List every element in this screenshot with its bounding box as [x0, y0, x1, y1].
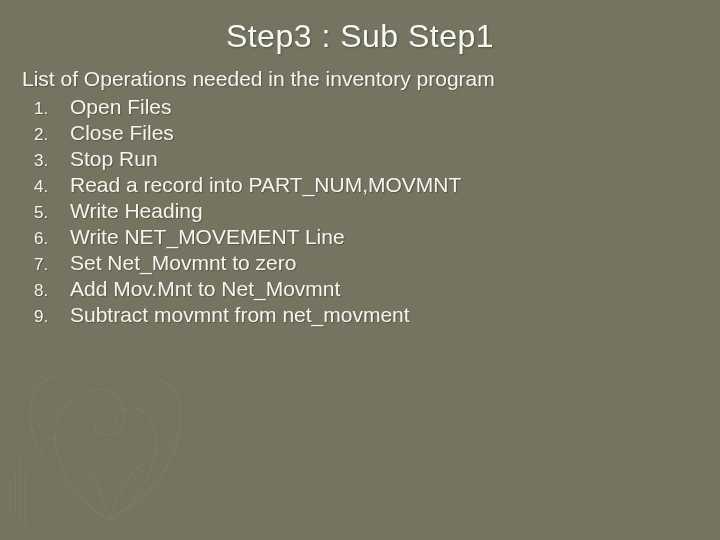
list-marker: 8.	[34, 281, 70, 301]
list-item: 9.Subtract movmnt from net_movment	[34, 303, 698, 327]
list-marker: 4.	[34, 177, 70, 197]
list-item: 4.Read a record into PART_NUM,MOVMNT	[34, 173, 698, 197]
list-item-text: Subtract movmnt from net_movment	[70, 303, 410, 327]
list-item: 7.Set Net_Movmnt to zero	[34, 251, 698, 275]
list-marker: 3.	[34, 151, 70, 171]
decorative-swirl	[0, 320, 220, 540]
list-item: 6.Write NET_MOVEMENT Line	[34, 225, 698, 249]
list-marker: 2.	[34, 125, 70, 145]
slide-content: Step3 : Sub Step1 List of Operations nee…	[0, 0, 720, 347]
list-item: 1.Open Files	[34, 95, 698, 119]
list-marker: 9.	[34, 307, 70, 327]
slide-subtitle: List of Operations needed in the invento…	[22, 67, 698, 91]
list-item-text: Open Files	[70, 95, 172, 119]
list-marker: 5.	[34, 203, 70, 223]
list-item: 8.Add Mov.Mnt to Net_Movmnt	[34, 277, 698, 301]
list-item: 3.Stop Run	[34, 147, 698, 171]
list-marker: 1.	[34, 99, 70, 119]
list-item-text: Close Files	[70, 121, 174, 145]
list-item-text: Write NET_MOVEMENT Line	[70, 225, 345, 249]
list-item: 5.Write Heading	[34, 199, 698, 223]
list-item-text: Add Mov.Mnt to Net_Movmnt	[70, 277, 340, 301]
list-item-text: Read a record into PART_NUM,MOVMNT	[70, 173, 461, 197]
list-item-text: Write Heading	[70, 199, 203, 223]
list-item-text: Stop Run	[70, 147, 158, 171]
operations-list: 1.Open Files2.Close Files3.Stop Run4.Rea…	[22, 95, 698, 327]
list-marker: 7.	[34, 255, 70, 275]
list-item: 2.Close Files	[34, 121, 698, 145]
list-marker: 6.	[34, 229, 70, 249]
list-item-text: Set Net_Movmnt to zero	[70, 251, 296, 275]
slide-title: Step3 : Sub Step1	[22, 18, 698, 55]
